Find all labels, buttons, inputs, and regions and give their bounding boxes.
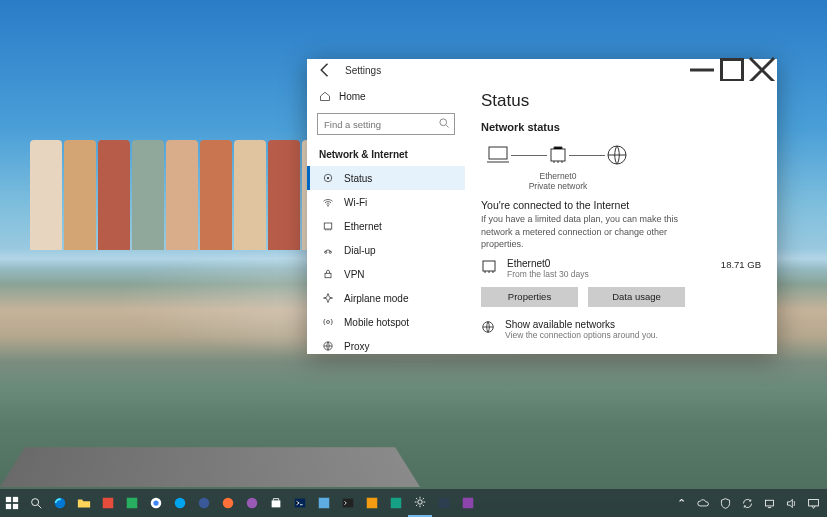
minimize-button[interactable] — [687, 59, 717, 81]
taskbar-app-7[interactable] — [360, 489, 384, 517]
terminal-icon — [341, 496, 355, 510]
taskbar-app-4[interactable] — [192, 489, 216, 517]
adapter-node — [547, 144, 569, 166]
search-icon — [29, 496, 43, 510]
advanced-settings-heading: Advanced network settings — [481, 352, 761, 354]
sidebar-item-label: Mobile hotspot — [344, 317, 409, 328]
show-networks-title: Show available networks — [505, 319, 658, 330]
adapter-usage-row: Ethernet0 From the last 30 days 18.71 GB — [481, 258, 761, 279]
app-icon — [125, 496, 139, 510]
home-link[interactable]: Home — [307, 85, 465, 107]
svg-point-25 — [153, 500, 158, 505]
tray-action-center[interactable] — [805, 495, 821, 511]
network-icon — [763, 497, 776, 510]
sidebar-item-label: Ethernet — [344, 221, 382, 232]
adapter-row-name: Ethernet0 — [507, 258, 711, 269]
ethernet-adapter-icon — [547, 144, 569, 166]
taskbar-chrome[interactable] — [144, 489, 168, 517]
taskbar-powershell[interactable] — [288, 489, 312, 517]
diagram-adapter-name: Ethernet0 — [523, 171, 593, 181]
adapter-row-subtitle: From the last 30 days — [507, 269, 711, 279]
sidebar-item-wifi[interactable]: Wi-Fi — [307, 190, 465, 214]
svg-rect-38 — [765, 500, 773, 506]
svg-rect-11 — [489, 147, 507, 159]
diagram-caption: Ethernet0 Private network — [523, 171, 593, 191]
taskbar-app-10[interactable] — [456, 489, 480, 517]
taskbar-app-1[interactable] — [96, 489, 120, 517]
taskbar-edge[interactable] — [48, 489, 72, 517]
volume-icon — [785, 497, 798, 510]
svg-rect-31 — [319, 498, 330, 509]
taskbar-app-9[interactable] — [432, 489, 456, 517]
settings-window: Settings Home — [307, 59, 777, 354]
connected-heading: You're connected to the Internet — [481, 199, 761, 211]
maximize-button[interactable] — [717, 59, 747, 81]
titlebar[interactable]: Settings — [307, 59, 777, 81]
svg-rect-36 — [439, 498, 450, 509]
desktop-wallpaper: Settings Home — [0, 0, 827, 517]
svg-rect-18 — [6, 504, 11, 509]
sidebar-item-airplane[interactable]: Airplane mode — [307, 286, 465, 310]
network-diagram — [485, 143, 761, 167]
taskbar-terminal[interactable] — [336, 489, 360, 517]
search-container — [317, 113, 455, 135]
svg-rect-23 — [127, 498, 138, 509]
cloud-icon — [697, 497, 710, 510]
svg-point-27 — [199, 498, 210, 509]
sidebar-item-label: Dial-up — [344, 245, 376, 256]
sidebar-item-status[interactable]: Status — [307, 166, 465, 190]
svg-point-28 — [223, 498, 234, 509]
update-icon — [741, 497, 754, 510]
tray-onedrive[interactable] — [695, 495, 711, 511]
sidebar-item-proxy[interactable]: Proxy — [307, 334, 465, 358]
sidebar-item-dialup[interactable]: Dial-up — [307, 238, 465, 262]
taskbar-explorer[interactable] — [72, 489, 96, 517]
svg-rect-32 — [343, 499, 354, 508]
tray-network[interactable] — [761, 495, 777, 511]
back-button[interactable] — [315, 60, 335, 80]
taskbar-firefox[interactable] — [216, 489, 240, 517]
sidebar-item-hotspot[interactable]: Mobile hotspot — [307, 310, 465, 334]
tray-update[interactable] — [739, 495, 755, 511]
svg-point-35 — [418, 500, 422, 504]
wifi-icon — [322, 196, 334, 208]
pc-node — [485, 144, 511, 166]
start-button[interactable] — [0, 489, 24, 517]
show-networks-link[interactable]: Show available networks View the connect… — [481, 319, 761, 340]
wallpaper-buildings — [30, 140, 334, 250]
taskbar: ⌃ — [0, 489, 827, 517]
svg-rect-30 — [295, 499, 306, 508]
page-title: Status — [481, 91, 761, 111]
arrow-left-icon — [315, 60, 335, 80]
app-icon — [389, 496, 403, 510]
taskbar-app-5[interactable] — [240, 489, 264, 517]
svg-rect-34 — [391, 498, 402, 509]
chrome-icon — [149, 496, 163, 510]
taskbar-store[interactable] — [264, 489, 288, 517]
sidebar-item-label: Proxy — [344, 341, 370, 352]
taskbar-app-6[interactable] — [312, 489, 336, 517]
sidebar-item-label: Status — [344, 173, 372, 184]
taskbar-search[interactable] — [24, 489, 48, 517]
taskbar-settings-active[interactable] — [408, 489, 432, 517]
search-icon — [438, 117, 450, 131]
sidebar-item-vpn[interactable]: VPN — [307, 262, 465, 286]
taskbar-app-3[interactable] — [168, 489, 192, 517]
taskbar-app-2[interactable] — [120, 489, 144, 517]
shield-icon — [719, 497, 732, 510]
tray-security[interactable] — [717, 495, 733, 511]
svg-rect-19 — [13, 504, 18, 509]
svg-point-9 — [327, 321, 330, 324]
search-input[interactable] — [317, 113, 455, 135]
svg-point-7 — [329, 251, 331, 253]
close-button[interactable] — [747, 59, 777, 81]
diagram-network-type: Private network — [523, 181, 593, 191]
tray-volume[interactable] — [783, 495, 799, 511]
properties-button[interactable]: Properties — [481, 287, 578, 307]
edge-icon — [53, 496, 67, 510]
adapter-row-usage: 18.71 GB — [721, 258, 761, 270]
tray-overflow[interactable]: ⌃ — [673, 495, 689, 511]
taskbar-app-8[interactable] — [384, 489, 408, 517]
sidebar-item-ethernet[interactable]: Ethernet — [307, 214, 465, 238]
data-usage-button[interactable]: Data usage — [588, 287, 685, 307]
